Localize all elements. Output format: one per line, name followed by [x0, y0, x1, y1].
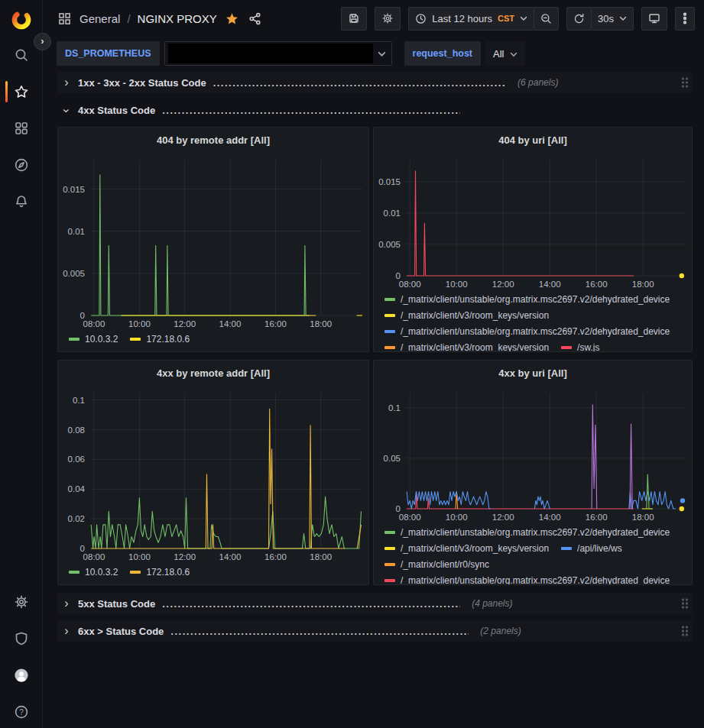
breadcrumb-section[interactable]: General	[79, 12, 120, 25]
panel-header[interactable]: 4xx by remote addr [All]	[58, 361, 368, 385]
legend-item[interactable]: /api/live/ws	[561, 543, 622, 554]
legend-item[interactable]: /_matrix/client/unstable/org.matrix.msc2…	[384, 527, 670, 538]
sidebar-item-starred[interactable]	[0, 80, 43, 103]
legend-row: /_matrix/client/v3/room_keys/version	[384, 307, 686, 323]
legend-series-swatch	[69, 571, 79, 574]
svg-text:16:00: 16:00	[264, 552, 287, 561]
legend-series-label: 172.18.0.6	[146, 567, 190, 578]
panel-header[interactable]: 4xx by uri [All]	[374, 361, 692, 385]
row-4xx[interactable]: › 4xx Status Code ......................…	[57, 99, 693, 121]
row-5xx[interactable]: › 5xx Status Code ......................…	[57, 593, 693, 614]
legend-row: /_matrix/client/unstable/org.matrix.msc2…	[384, 291, 686, 307]
svg-text:10:00: 10:00	[128, 552, 151, 561]
request-host-variable-label: request_host	[404, 41, 482, 66]
clock-icon	[415, 13, 427, 24]
legend-item[interactable]: /_matrix/client/r0/sync	[384, 559, 489, 570]
shield-icon	[14, 631, 29, 646]
request-host-select[interactable]: All	[485, 41, 525, 66]
panel-legend: 10.0.3.2172.18.0.6	[58, 331, 368, 351]
legend-item[interactable]: /sw.js	[561, 342, 599, 352]
row-title: 6xx > Status Code	[78, 626, 164, 637]
apps-grid-icon	[14, 121, 29, 136]
svg-text:0: 0	[80, 544, 85, 553]
svg-text:0: 0	[396, 504, 401, 513]
svg-text:18:00: 18:00	[310, 319, 332, 328]
star-icon	[14, 84, 29, 99]
sidebar-item-alerting[interactable]	[0, 190, 43, 213]
refresh-interval-dropdown[interactable]: 30s	[591, 7, 634, 31]
row-drag-handle[interactable]	[682, 626, 688, 636]
legend-item[interactable]: 172.18.0.6	[130, 334, 190, 345]
panel-404-by-uri: 404 by uri [All] 08:0010:0012:0014:0016:…	[373, 127, 693, 352]
sidebar-item-configuration[interactable]	[0, 590, 43, 613]
panel-header[interactable]: 404 by remote addr [All]	[58, 128, 368, 152]
refresh-button[interactable]	[566, 7, 592, 31]
cycle-view-button[interactable]	[641, 7, 667, 31]
dashboard-settings-button[interactable]	[375, 7, 401, 31]
svg-text:0.04: 0.04	[68, 484, 86, 493]
svg-text:08:00: 08:00	[399, 280, 421, 289]
grafana-logo[interactable]	[0, 8, 43, 31]
legend-item[interactable]: /_matrix/client/v3/room_keys/version	[384, 543, 549, 554]
sidebar-expand-button[interactable]: ›	[34, 33, 51, 50]
sidebar-item-dashboards[interactable]	[0, 117, 43, 140]
save-dashboard-button[interactable]	[341, 7, 367, 31]
sidebar-item-explore[interactable]	[0, 154, 43, 176]
time-series-chart[interactable]: 08:0010:0012:0014:0016:0018:0000.0050.01…	[374, 152, 692, 291]
dashboard-title[interactable]: NGINX PROXY	[138, 12, 217, 25]
svg-text:0: 0	[396, 271, 401, 280]
svg-text:0: 0	[80, 311, 85, 320]
legend-item[interactable]: 10.0.3.2	[69, 567, 118, 578]
compass-icon	[14, 157, 29, 173]
legend-item[interactable]: /_matrix/client/unstable/org.matrix.msc2…	[384, 575, 670, 585]
legend-item[interactable]: /_matrix/client/unstable/org.matrix.msc2…	[384, 294, 670, 305]
time-range-picker[interactable]: Last 12 hours CST	[408, 7, 534, 31]
share-icon[interactable]	[247, 11, 263, 27]
row-6xx[interactable]: › 6xx > Status Code ....................…	[57, 620, 693, 642]
dashboard-header: General / NGINX PROXY	[43, 0, 704, 37]
legend-series-swatch	[384, 547, 395, 550]
favorite-star-icon[interactable]	[224, 11, 240, 27]
sidebar-item-help[interactable]: ?	[0, 700, 43, 723]
svg-text:16:00: 16:00	[586, 513, 608, 522]
sidebar: ›	[0, 0, 43, 728]
svg-text:18:00: 18:00	[310, 552, 332, 561]
legend-item[interactable]: 10.0.3.2	[69, 334, 118, 345]
refresh-interval-value: 30s	[598, 13, 614, 24]
panel-title: 404 by remote addr [All]	[157, 134, 270, 146]
legend-series-label: /_matrix/client/unstable/org.matrix.msc2…	[401, 294, 670, 305]
zoom-out-button[interactable]	[534, 7, 559, 31]
panel-legend: 10.0.3.2172.18.0.6	[58, 564, 368, 584]
legend-item[interactable]: /_matrix/client/v3/room_keys/version	[384, 310, 549, 321]
svg-text:0.01: 0.01	[68, 227, 85, 236]
svg-text:10:00: 10:00	[446, 280, 468, 289]
legend-item[interactable]: /_matrix/client/unstable/org.matrix.msc2…	[384, 326, 670, 337]
legend-item[interactable]: /_matrix/client/v3/room_keys/version	[384, 342, 549, 352]
request-host-value: All	[493, 48, 504, 60]
time-series-chart[interactable]: 08:0010:0012:0014:0016:0018:0000.0050.01…	[58, 152, 368, 331]
sidebar-item-server-admin[interactable]	[0, 627, 43, 650]
chevron-down-icon: ›	[60, 106, 73, 115]
panel-4xx-by-uri: 4xx by uri [All] 08:0010:0012:0014:0016:…	[373, 360, 693, 585]
sidebar-item-profile[interactable]	[0, 664, 43, 687]
time-series-chart[interactable]: 08:0010:0012:0014:0016:0018:0000.050.1	[374, 385, 692, 524]
time-series-chart[interactable]: 08:0010:0012:0014:0016:0018:0000.020.040…	[58, 385, 368, 564]
avatar	[14, 668, 29, 683]
legend-series-label: 172.18.0.6	[146, 334, 190, 345]
more-options-button[interactable]	[675, 7, 695, 31]
panel-header[interactable]: 404 by uri [All]	[374, 128, 692, 152]
svg-text:14:00: 14:00	[219, 552, 242, 561]
svg-text:12:00: 12:00	[174, 319, 196, 328]
legend-row: /_matrix/client/r0/sync	[384, 556, 686, 572]
row-drag-handle[interactable]	[682, 599, 688, 609]
dashboards-grid-icon[interactable]	[57, 11, 73, 27]
legend-series-swatch	[130, 571, 141, 574]
legend-item[interactable]: 172.18.0.6	[130, 567, 190, 578]
row-drag-handle[interactable]	[682, 78, 688, 88]
legend-series-swatch	[384, 531, 395, 534]
row-title: 1xx - 3xx - 2xx Status Code	[78, 77, 206, 89]
time-range-label: Last 12 hours	[432, 13, 492, 24]
row-1xx-3xx-2xx[interactable]: › 1xx - 3xx - 2xx Status Code ..........…	[57, 72, 693, 93]
datasource-variable-label: DS_PROMETHEUS	[57, 41, 160, 66]
datasource-select[interactable]	[164, 41, 392, 66]
